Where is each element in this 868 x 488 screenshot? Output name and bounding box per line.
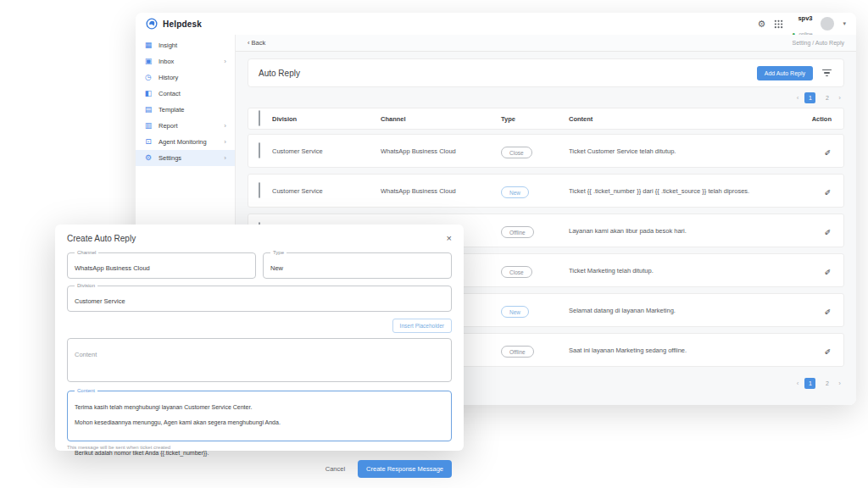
page-1-button[interactable]: 1 bbox=[804, 92, 815, 103]
create-auto-reply-modal: Create Auto Reply × Channel WhatsApp Bus… bbox=[55, 225, 464, 451]
page-2-button[interactable]: 2 bbox=[821, 378, 832, 389]
division-field-value: Customer Service bbox=[75, 297, 125, 305]
edit-pencil-icon[interactable]: ✎ bbox=[824, 189, 832, 196]
page-header: Auto Reply Add Auto Reply bbox=[248, 58, 844, 87]
type-badge: New bbox=[501, 306, 529, 318]
gear-icon[interactable]: ⚙ bbox=[758, 19, 766, 29]
agent-monitoring-icon: ⊡ bbox=[144, 138, 153, 146]
chevron-right-icon: › bbox=[224, 122, 226, 130]
sidebar-item-insight[interactable]: ▦ Insight bbox=[136, 37, 235, 53]
cancel-button[interactable]: Cancel bbox=[326, 465, 345, 473]
type-field-label: Type bbox=[270, 250, 287, 255]
sidebar-item-report[interactable]: ▥ Report › bbox=[136, 118, 235, 134]
page-1-button[interactable]: 1 bbox=[804, 378, 815, 389]
page-title: Auto Reply bbox=[259, 69, 300, 78]
add-auto-reply-button[interactable]: Add Auto Reply bbox=[757, 66, 813, 80]
insert-placeholder-button[interactable]: Insert Placeholder bbox=[392, 319, 452, 333]
back-label: Back bbox=[252, 39, 266, 47]
modal-title: Create Auto Reply bbox=[67, 234, 136, 243]
sidebar-item-settings[interactable]: ⚙ Settings › bbox=[136, 150, 235, 166]
breadcrumb: Setting / Auto Reply bbox=[793, 40, 844, 46]
cell-content: Ticket {{ .ticket_number }} dari {{ .tic… bbox=[569, 187, 804, 195]
inbox-icon: ▣ bbox=[144, 58, 153, 65]
page-next-button[interactable]: › bbox=[838, 380, 841, 387]
content-field-label: Content bbox=[75, 388, 97, 393]
edit-pencil-icon[interactable]: ✎ bbox=[824, 229, 832, 236]
insight-icon: ▦ bbox=[144, 42, 153, 49]
select-all-checkbox[interactable] bbox=[259, 110, 260, 126]
column-header-division: Division bbox=[272, 115, 381, 123]
sidebar-item-label: History bbox=[159, 74, 226, 81]
back-button[interactable]: ‹ Back bbox=[248, 39, 265, 47]
edit-pencil-icon[interactable]: ✎ bbox=[824, 348, 832, 355]
content-textarea-empty[interactable]: Content bbox=[67, 338, 452, 382]
column-header-content: Content bbox=[569, 115, 804, 123]
sidebar-item-template[interactable]: ▤ Template bbox=[136, 102, 235, 118]
sidebar-item-label: Inbox bbox=[159, 58, 218, 65]
division-field[interactable]: Division Customer Service bbox=[67, 286, 452, 312]
row-checkbox[interactable] bbox=[259, 182, 260, 198]
filter-icon[interactable] bbox=[821, 68, 833, 79]
sidebar-item-label: Agent Monitoring bbox=[159, 138, 218, 146]
page-2-button[interactable]: 2 bbox=[821, 92, 832, 103]
topbar: Helpdesk ⚙ spv3 ● online ▾ bbox=[136, 13, 856, 35]
sidebar-item-label: Contact bbox=[159, 90, 226, 97]
avatar[interactable] bbox=[821, 17, 834, 30]
column-header-action: Action bbox=[804, 115, 843, 123]
sidebar-item-agent-monitoring[interactable]: ⊡ Agent Monitoring › bbox=[136, 134, 235, 150]
back-bar: ‹ Back Setting / Auto Reply bbox=[236, 35, 856, 52]
pagination-top: ‹ 1 2 › bbox=[248, 87, 844, 108]
page-prev-button[interactable]: ‹ bbox=[797, 94, 799, 102]
create-response-message-button[interactable]: Create Response Message bbox=[358, 460, 452, 478]
division-field-label: Division bbox=[75, 283, 97, 288]
channel-field-label: Channel bbox=[75, 250, 98, 255]
sidebar-item-inbox[interactable]: ▣ Inbox › bbox=[136, 53, 235, 69]
contact-icon: ◧ bbox=[144, 90, 153, 97]
cell-channel: WhatsApp Business Cloud bbox=[381, 187, 501, 195]
table-row: Customer Service WhatsApp Business Cloud… bbox=[248, 174, 844, 208]
sidebar-item-label: Report bbox=[159, 122, 218, 130]
close-icon[interactable]: × bbox=[447, 234, 452, 243]
chevron-right-icon: › bbox=[224, 58, 226, 65]
column-header-channel: Channel bbox=[381, 115, 501, 123]
cell-division: Customer Service bbox=[272, 187, 381, 195]
history-icon: ◷ bbox=[144, 74, 153, 81]
type-field-value: New bbox=[270, 264, 283, 272]
sidebar-item-contact[interactable]: ◧ Contact bbox=[136, 86, 235, 102]
cell-channel: WhatsApp Business Cloud bbox=[381, 147, 501, 155]
edit-pencil-icon[interactable]: ✎ bbox=[824, 149, 832, 156]
page-next-button[interactable]: › bbox=[838, 94, 841, 102]
sidebar-item-history[interactable]: ◷ History bbox=[136, 69, 235, 86]
type-badge: Close bbox=[501, 147, 532, 158]
type-field[interactable]: Type New bbox=[263, 252, 452, 279]
helpdesk-logo-icon bbox=[146, 18, 158, 30]
chevron-right-icon: › bbox=[224, 138, 226, 146]
table-header: Division Channel Type Content Action bbox=[248, 108, 844, 130]
page-prev-button[interactable]: ‹ bbox=[797, 380, 799, 387]
report-icon: ▥ bbox=[144, 122, 153, 130]
type-badge: Close bbox=[501, 266, 532, 278]
content-placeholder: Content bbox=[75, 351, 97, 358]
chevron-down-icon[interactable]: ▾ bbox=[843, 20, 846, 27]
edit-pencil-icon[interactable]: ✎ bbox=[824, 308, 832, 315]
column-header-type: Type bbox=[501, 115, 569, 123]
channel-field-value: WhatsApp Business Cloud bbox=[75, 264, 150, 272]
edit-pencil-icon[interactable]: ✎ bbox=[824, 269, 832, 275]
cell-division: Customer Service bbox=[272, 147, 381, 155]
app-title: Helpdesk bbox=[163, 19, 202, 29]
template-icon: ▤ bbox=[144, 106, 153, 114]
content-textarea-filled[interactable]: Content Terima kasih telah menghubungi l… bbox=[67, 391, 452, 441]
row-checkbox[interactable] bbox=[259, 142, 260, 158]
type-badge: Offline bbox=[501, 346, 534, 358]
back-arrow-icon: ‹ bbox=[248, 39, 250, 47]
cell-content: Ticket Marketing telah ditutup. bbox=[569, 267, 804, 274]
cell-content: Saat ini layanan Marketing sedang offlin… bbox=[569, 347, 804, 354]
sidebar-item-label: Settings bbox=[159, 154, 218, 162]
chevron-right-icon: › bbox=[224, 154, 226, 162]
cell-content: Layanan kami akan libur pada besok hari. bbox=[569, 227, 804, 235]
type-badge: Offline bbox=[501, 226, 534, 238]
apps-grid-icon[interactable] bbox=[774, 19, 783, 29]
sidebar-item-label: Template bbox=[159, 106, 226, 114]
channel-field[interactable]: Channel WhatsApp Business Cloud bbox=[67, 252, 256, 279]
cell-content: Ticket Customer Service telah ditutup. bbox=[569, 147, 804, 155]
